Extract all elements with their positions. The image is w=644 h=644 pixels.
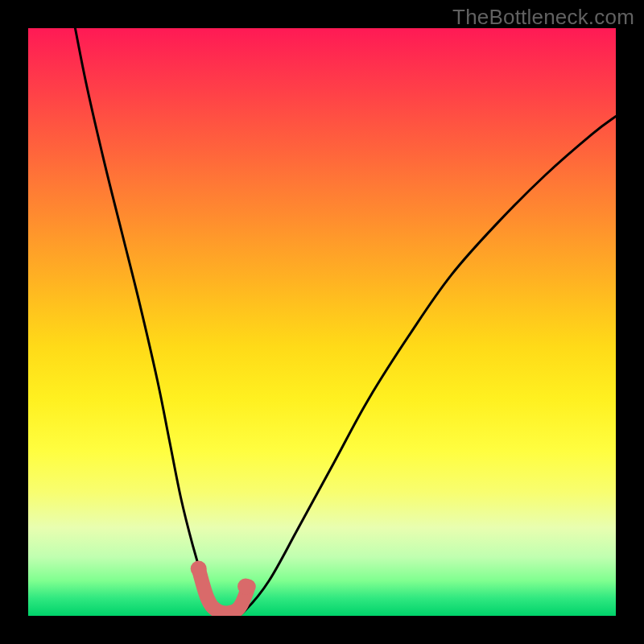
curve-marker-right xyxy=(237,579,254,595)
bottleneck-curve xyxy=(75,28,616,616)
chart-frame: TheBottleneck.com xyxy=(0,0,644,644)
chart-svg xyxy=(28,28,616,616)
watermark-text: TheBottleneck.com xyxy=(452,5,634,30)
chart-plot-area xyxy=(28,28,616,616)
curve-marker-left xyxy=(191,561,207,577)
